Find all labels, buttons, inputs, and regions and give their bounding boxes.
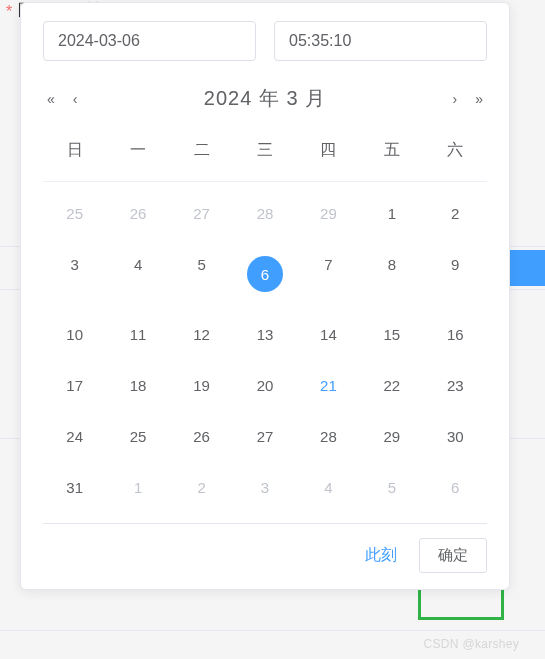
date-input[interactable]: 2024-03-06 [43,21,256,61]
prev-month-icon[interactable]: ‹ [73,91,78,107]
prev-year-icon[interactable]: « [47,91,55,107]
day-cell[interactable]: 14 [297,311,360,358]
weekday-wed: 三 [233,132,296,169]
weekday-mon: 一 [106,132,169,169]
day-cell[interactable]: 17 [43,362,106,409]
day-cell[interactable]: 2 [170,464,233,511]
day-cell[interactable]: 11 [106,311,169,358]
bg-blue-accent [509,250,545,286]
weekday-tue: 二 [170,132,233,169]
day-cell[interactable]: 28 [297,413,360,460]
required-asterisk: * [6,3,12,21]
day-cell[interactable]: 30 [424,413,487,460]
day-cell[interactable]: 4 [106,241,169,307]
day-cell[interactable]: 18 [106,362,169,409]
day-cell[interactable]: 3 [233,464,296,511]
nav-right: › » [453,91,483,107]
weekday-thu: 四 [297,132,360,169]
weekday-sun: 日 [43,132,106,169]
picker-footer: 此刻 确定 [43,523,487,573]
day-cell[interactable]: 29 [360,413,423,460]
day-cell[interactable]: 26 [170,413,233,460]
datetime-picker-panel: 2024-03-06 05:35:10 « ‹ 2024 年 3 月 › » 日… [20,2,510,590]
nav-left: « ‹ [47,91,77,107]
day-cell[interactable]: 8 [360,241,423,307]
confirm-button[interactable]: 确定 [419,538,487,573]
day-cell[interactable]: 27 [170,190,233,237]
day-cell[interactable]: 26 [106,190,169,237]
day-cell[interactable]: 31 [43,464,106,511]
weekday-fri: 五 [360,132,423,169]
day-cell[interactable]: 4 [297,464,360,511]
day-cell[interactable]: 6 [424,464,487,511]
day-cell[interactable]: 22 [360,362,423,409]
day-cell[interactable]: 15 [360,311,423,358]
day-cell[interactable]: 19 [170,362,233,409]
day-cell[interactable]: 21 [297,362,360,409]
day-cell[interactable]: 7 [297,241,360,307]
day-cell[interactable]: 25 [43,190,106,237]
day-cell[interactable]: 13 [233,311,296,358]
day-cell[interactable]: 3 [43,241,106,307]
day-cell[interactable]: 10 [43,311,106,358]
next-year-icon[interactable]: » [475,91,483,107]
day-cell[interactable]: 6 [233,241,296,307]
weekday-header: 日 一 二 三 四 五 六 [43,132,487,182]
day-cell[interactable]: 12 [170,311,233,358]
day-cell[interactable]: 25 [106,413,169,460]
calendar-nav: « ‹ 2024 年 3 月 › » [43,85,487,112]
day-cell[interactable]: 1 [106,464,169,511]
day-cell[interactable]: 16 [424,311,487,358]
now-button[interactable]: 此刻 [351,538,411,573]
next-month-icon[interactable]: › [453,91,458,107]
nav-title[interactable]: 2024 年 3 月 [204,85,326,112]
input-row: 2024-03-06 05:35:10 [43,21,487,61]
day-cell[interactable]: 5 [360,464,423,511]
day-cell[interactable]: 20 [233,362,296,409]
day-cell[interactable]: 2 [424,190,487,237]
day-cell[interactable]: 29 [297,190,360,237]
day-cell[interactable]: 9 [424,241,487,307]
day-cell[interactable]: 27 [233,413,296,460]
day-cell[interactable]: 1 [360,190,423,237]
day-cell[interactable]: 24 [43,413,106,460]
day-cell[interactable]: 5 [170,241,233,307]
day-cell[interactable]: 28 [233,190,296,237]
weekday-sat: 六 [424,132,487,169]
days-grid: 2526272829123456789101112131415161718192… [43,190,487,511]
bg-divider [0,630,545,631]
time-input[interactable]: 05:35:10 [274,21,487,61]
day-cell[interactable]: 23 [424,362,487,409]
watermark: CSDN @karshey [424,637,519,651]
